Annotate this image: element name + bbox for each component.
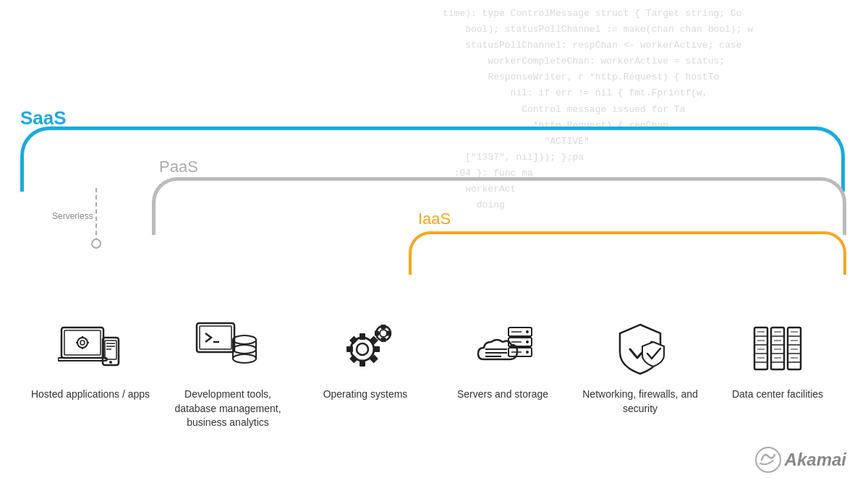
svg-point-18 [233, 335, 256, 344]
akamai-logo-text: Akamai [785, 450, 846, 470]
svg-point-3 [80, 341, 85, 345]
item-dev-tools: Development tools, database management, … [166, 320, 289, 430]
item-datacenter: Data center facilities [716, 320, 839, 402]
svg-rect-26 [359, 360, 365, 367]
item-networking: Networking, firewalls, and security [579, 320, 702, 416]
svg-point-11 [109, 361, 112, 364]
iaas-arc [409, 231, 846, 275]
saas-arc [20, 127, 845, 192]
svg-rect-28 [373, 346, 380, 352]
svg-point-46 [526, 341, 529, 343]
svg-rect-69 [788, 328, 801, 369]
datacenter-icon [745, 320, 810, 377]
main-content: SaaS PaaS IaaS Serverless [0, 0, 868, 488]
svg-rect-60 [771, 328, 784, 369]
laptop-phone-icon [58, 320, 123, 377]
shield-check-icon [608, 320, 673, 377]
svg-rect-27 [346, 346, 353, 352]
svg-rect-0 [61, 328, 103, 358]
item-servers: Servers and storage [441, 320, 564, 402]
item-os: Operating systems [304, 320, 427, 402]
item-os-label: Operating systems [323, 388, 408, 402]
svg-point-34 [380, 330, 387, 337]
svg-rect-25 [359, 333, 365, 340]
svg-point-20 [233, 354, 256, 363]
item-networking-label: Networking, firewalls, and security [579, 388, 702, 416]
svg-rect-16 [200, 326, 231, 349]
svg-rect-36 [380, 338, 386, 342]
svg-rect-37 [375, 330, 379, 335]
item-datacenter-label: Data center facilities [732, 388, 823, 402]
serverless-label: Serverless [52, 211, 93, 221]
svg-point-19 [233, 345, 256, 354]
item-hosted-apps-label: Hosted applications / apps [31, 388, 150, 402]
svg-rect-29 [349, 335, 357, 344]
saas-label: SaaS [20, 107, 67, 129]
database-code-icon [195, 320, 260, 377]
svg-rect-31 [349, 354, 357, 363]
paas-arc [152, 177, 846, 235]
akamai-logo-icon [754, 446, 782, 474]
svg-point-47 [526, 351, 529, 354]
svg-point-24 [357, 343, 368, 355]
item-hosted-apps: Hosted applications / apps [29, 320, 152, 402]
svg-rect-38 [386, 330, 391, 335]
gear-icon [333, 320, 398, 377]
svg-point-2 [77, 338, 88, 348]
item-dev-tools-label: Development tools, database management, … [166, 388, 289, 430]
item-servers-label: Servers and storage [457, 388, 548, 402]
paas-label: PaaS [159, 158, 198, 176]
serverless-circle [91, 239, 101, 249]
akamai-logo: Akamai [754, 446, 846, 474]
items-row: Hosted applications / apps [22, 320, 846, 430]
server-stack-icon [470, 320, 535, 377]
svg-rect-51 [754, 328, 767, 369]
iaas-label: IaaS [418, 210, 451, 228]
svg-rect-8 [58, 358, 107, 361]
svg-rect-15 [197, 323, 234, 352]
svg-point-45 [526, 330, 529, 333]
serverless-dashed-line [95, 188, 97, 242]
svg-rect-35 [380, 325, 386, 329]
svg-point-78 [756, 448, 780, 472]
svg-rect-1 [64, 330, 101, 355]
